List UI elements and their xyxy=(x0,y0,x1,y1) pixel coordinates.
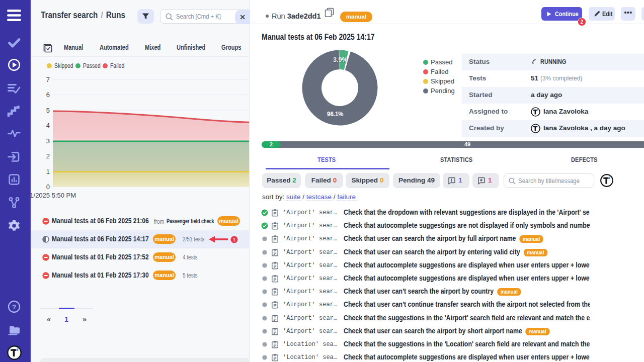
svg-text:0: 0 xyxy=(46,183,50,191)
svg-text:1: 1 xyxy=(46,168,50,175)
svg-text:1: 1 xyxy=(233,237,236,242)
svg-text:2: 2 xyxy=(46,152,50,160)
svg-text:2: 2 xyxy=(581,19,584,25)
svg-text:?: ? xyxy=(12,303,16,311)
svg-text:6: 6 xyxy=(46,91,50,99)
svg-text:3: 3 xyxy=(46,137,50,145)
svg-text:5: 5 xyxy=(46,107,50,114)
svg-text:4: 4 xyxy=(46,122,50,129)
svg-text:7: 7 xyxy=(46,76,50,83)
